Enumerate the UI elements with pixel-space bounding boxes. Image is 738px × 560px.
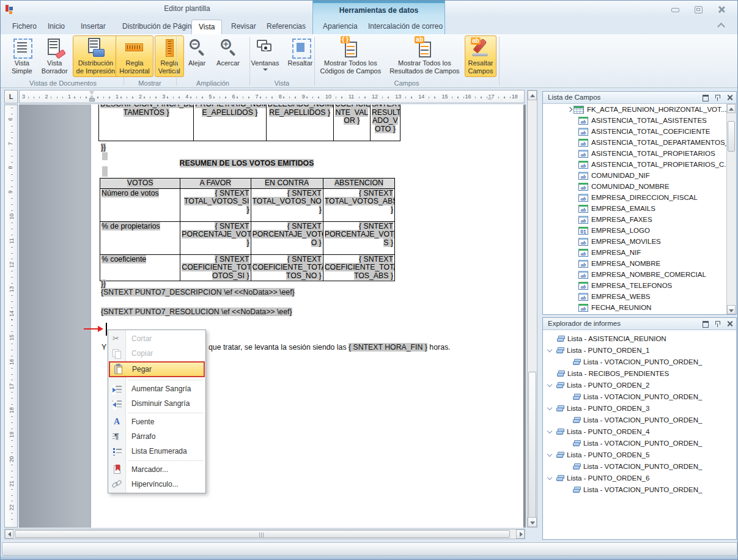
fields-panel-header[interactable]: Lista de Campos xyxy=(543,92,736,104)
tab-insertar[interactable]: Insertar xyxy=(74,20,113,34)
tab-apariencia[interactable]: Apariencia xyxy=(316,20,364,34)
report-item-lista-votacion-punto-orden[interactable]: Lista - VOTACION_PUNTO_ORDEN_ xyxy=(543,356,736,367)
expander-down-icon[interactable] xyxy=(548,476,552,480)
field-item-asistencia-total-departamentos[interactable]: ASISTENCIA_TOTAL_DEPARTAMENTOS_... xyxy=(543,137,726,148)
vertical-ruler[interactable]: 678910111213141516171819202122 xyxy=(4,105,18,528)
scroll-down-icon[interactable] xyxy=(528,517,537,527)
field-item-comunidad-nombre[interactable]: COMUNIDAD_NOMBRE xyxy=(543,181,726,192)
report-item-lista-asistencia-reunion[interactable]: Lista - ASISTENCIA_REUNION xyxy=(543,333,736,344)
ribbon-button-vista-simple[interactable]: VistaSimple xyxy=(7,35,37,77)
scroll-up-icon[interactable] xyxy=(528,90,537,100)
tab-referencias[interactable]: Referencias xyxy=(260,20,312,34)
ribbon-button-vista-borrador[interactable]: VistaBorrador xyxy=(38,35,72,77)
scroll-up-icon[interactable] xyxy=(727,104,736,113)
report-item-lista-recibos-pendientes[interactable]: Lista - RECIBOS_PENDIENTES xyxy=(543,367,736,379)
tab-distribucion-de-pagina[interactable]: Distribución de Página xyxy=(116,20,202,34)
collapse-ribbon-icon[interactable] xyxy=(717,23,725,29)
report-item-lista-punto-orden-4[interactable]: Lista - PUNTO_ORDEN_4 xyxy=(543,426,736,437)
tab-fichero[interactable]: Fichero xyxy=(6,20,43,34)
field-item-fk-acta-reunion-horizontal-vot[interactable]: FK_ACTA_REUNION_HORIZONTAL_VOT... xyxy=(543,104,726,115)
close-panel-icon[interactable] xyxy=(726,320,734,328)
field-item-empresa-nombre-comercial[interactable]: EMPRESA_NOMBRE_COMERCIAL xyxy=(543,269,726,280)
ribbon-button-mostrar-todos-los-resultados-de-campos[interactable]: abMostrar Todos losResultados de Campos xyxy=(386,35,463,77)
close-icon[interactable] xyxy=(717,6,726,13)
tab-stop-selector[interactable]: L xyxy=(4,90,18,103)
field-item-empresa-nif[interactable]: EMPRESA_NIF xyxy=(543,247,726,258)
vertical-scroll-thumb[interactable] xyxy=(528,372,536,518)
report-item-lista-votacion-punto-orden[interactable]: Lista - VOTACION_PUNTO_ORDEN_ xyxy=(543,484,736,495)
field-item-empresa-direccion-fiscal[interactable]: EMPRESA_DIRECCION_FISCAL xyxy=(543,192,726,203)
votes-summary-table[interactable]: VOTOSA FAVOREN CONTRAABSTENCIONNúmero de… xyxy=(100,178,395,281)
field-item-empresa-logo[interactable]: EMPRESA_LOGO xyxy=(543,225,726,236)
reports-panel-header[interactable]: Explorador de informes xyxy=(543,318,736,330)
indent-marker-icon[interactable] xyxy=(89,91,95,101)
pin-panel-icon[interactable] xyxy=(714,94,721,101)
menu-item-marcador[interactable]: Marcador... xyxy=(108,462,205,477)
field-item-empresa-faxes[interactable]: EMPRESA_FAXES xyxy=(543,214,726,225)
field-item-fecha-reunion[interactable]: FECHA_REUNION xyxy=(543,302,726,313)
menu-item-fuente[interactable]: Fuente xyxy=(108,414,205,429)
expander-down-icon[interactable] xyxy=(548,452,552,457)
ribbon-button-acercar[interactable]: Acercar xyxy=(213,35,243,77)
report-item-lista-votacion-punto-orden[interactable]: Lista - VOTACION_PUNTO_ORDEN_ xyxy=(543,437,736,449)
attendance-table[interactable]: DESCRIPCION_FINCA_DEPARTAMENTOS }PROPIET… xyxy=(98,105,400,141)
ribbon-button-resaltar-campos[interactable]: abResaltarCampos xyxy=(465,35,497,77)
fields-scrollbar[interactable] xyxy=(726,104,736,314)
horizontal-scroll-thumb[interactable] xyxy=(15,530,510,538)
field-item-empresa-emails[interactable]: EMPRESA_EMAILS xyxy=(543,203,726,214)
field-item-empresa-webs[interactable]: EMPRESA_WEBS xyxy=(543,291,726,302)
ribbon-button-distribucion-de-impresion[interactable]: Distribuciónde Impresión xyxy=(73,35,119,77)
scroll-down-icon[interactable] xyxy=(727,305,736,314)
report-item-lista-punto-orden-6[interactable]: Lista - PUNTO_ORDEN_6 xyxy=(543,472,736,484)
ribbon-button-resaltar[interactable]: Resaltar xyxy=(284,35,316,77)
report-item-lista-votacion-punto-orden[interactable]: Lista - VOTACION_PUNTO_ORDEN_ xyxy=(543,391,736,402)
field-item-asistencia-total-coeficiente[interactable]: ASISTENCIA_TOTAL_COEFICIENTE xyxy=(543,126,726,137)
field-item-empresa-telefonos[interactable]: EMPRESA_TELEFONOS xyxy=(543,280,726,291)
field-item-asistencia-total-propietarios-c[interactable]: ASISTENCIA_TOTAL_PROPIETARIOS_C... xyxy=(543,159,726,170)
report-item-lista-punto-orden-2[interactable]: Lista - PUNTO_ORDEN_2 xyxy=(543,379,736,391)
restore-icon[interactable] xyxy=(693,6,703,13)
tab-intercalacion-de-correo[interactable]: Intercalación de correo xyxy=(361,20,449,34)
menu-item-aumentar-sangria[interactable]: Aumentar Sangría xyxy=(108,381,205,396)
menu-item-pegar[interactable]: Pegar xyxy=(109,361,205,377)
ribbon-button-regla-horizontal[interactable]: ReglaHorizontal xyxy=(116,35,153,77)
expander-down-icon[interactable] xyxy=(548,383,552,387)
float-panel-icon[interactable] xyxy=(701,94,709,101)
ribbon-button-ventanas[interactable]: Ventanas xyxy=(248,35,283,77)
scroll-left-icon[interactable] xyxy=(5,529,13,539)
horizontal-scrollbar[interactable] xyxy=(4,529,525,539)
menu-item-cortar[interactable]: Cortar xyxy=(108,331,205,346)
minimize-icon[interactable] xyxy=(670,6,680,13)
fields-scroll-thumb[interactable] xyxy=(728,121,735,152)
menu-item-parrafo[interactable]: Párrafo xyxy=(108,429,205,444)
tab-revisar[interactable]: Revisar xyxy=(224,20,263,34)
field-item-empresa-moviles[interactable]: EMPRESA_MOVILES xyxy=(543,236,726,247)
menu-item-hipervinculo[interactable]: Hipervínculo... xyxy=(108,477,205,492)
pin-panel-icon[interactable] xyxy=(714,320,721,328)
expander-right-icon[interactable] xyxy=(567,108,572,112)
field-item-empresa-nombre[interactable]: EMPRESA_NOMBRE xyxy=(543,258,726,269)
menu-item-disminuir-sangria[interactable]: Disminuir Sangría xyxy=(108,396,205,411)
tab-vista[interactable]: Vista xyxy=(191,20,222,34)
float-panel-icon[interactable] xyxy=(701,320,709,328)
report-item-lista-punto-orden-3[interactable]: Lista - PUNTO_ORDEN_3 xyxy=(543,402,736,414)
horizontal-ruler[interactable]: 321123456789101112131415161718 xyxy=(19,90,525,103)
right-indent-marker-icon[interactable] xyxy=(487,96,493,100)
field-item-asistencia-total-propietarios[interactable]: ASISTENCIA_TOTAL_PROPIETARIOS xyxy=(543,148,726,159)
menu-item-copiar[interactable]: Copiar xyxy=(108,346,205,361)
expander-down-icon[interactable] xyxy=(548,406,552,410)
report-item-lista-votacion-punto-orden[interactable]: Lista - VOTACION_PUNTO_ORDEN_ xyxy=(543,414,736,426)
field-item-comunidad-nif[interactable]: COMUNIDAD_NIF xyxy=(543,170,726,181)
ribbon-button-alejar[interactable]: Alejar xyxy=(182,35,212,77)
report-item-lista-punto-orden-5[interactable]: Lista - PUNTO_ORDEN_5 xyxy=(543,449,736,460)
expander-down-icon[interactable] xyxy=(548,429,552,433)
expander-down-icon[interactable] xyxy=(548,348,552,352)
report-item-lista-votacion-punto-orden[interactable]: Lista - VOTACION_PUNTO_ORDEN_ xyxy=(543,460,736,472)
scroll-right-icon[interactable] xyxy=(516,529,525,539)
field-item-asistencia-total-asistentes[interactable]: ASISTENCIA_TOTAL_ASISTENTES xyxy=(543,115,726,126)
menu-item-lista-enumerada[interactable]: Lista Enumerada xyxy=(108,444,205,459)
vertical-scrollbar[interactable] xyxy=(527,90,537,528)
report-item-lista-punto-orden-1[interactable]: Lista - PUNTO_ORDEN_1 xyxy=(543,344,736,356)
close-panel-icon[interactable] xyxy=(726,94,734,101)
tab-inicio[interactable]: Inicio xyxy=(41,20,72,34)
